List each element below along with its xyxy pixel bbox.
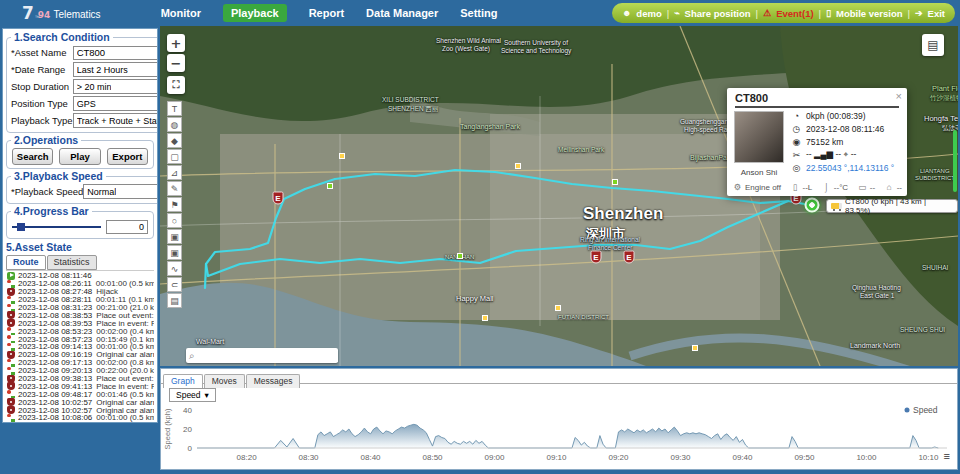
signal-status-icon: ✂	[791, 150, 802, 160]
fullscreen-button[interactable]: ⛶	[167, 76, 185, 94]
username[interactable]: demo	[636, 8, 661, 19]
alarm-icon	[7, 382, 15, 390]
zoom-in-button[interactable]: +	[167, 34, 185, 52]
pill-separator: |	[819, 8, 821, 19]
engine-status: ⚙Engine off	[732, 182, 781, 192]
polyline-icon[interactable]: ∿	[167, 261, 182, 276]
coordinates-row[interactable]: ◎22.55043 °,114.13116 °	[791, 161, 903, 174]
alarm-icon	[7, 311, 15, 319]
search-button[interactable]: Search	[12, 148, 53, 165]
battery-status-icon: ▭	[857, 182, 868, 192]
svg-text:Speed: Speed	[913, 405, 938, 415]
chevron-down-icon: ▾	[205, 390, 209, 400]
series-select-button[interactable]: Speed ▾	[169, 388, 216, 402]
svg-text:08:20: 08:20	[237, 453, 258, 462]
waypoint-marker[interactable]	[457, 253, 463, 259]
waypoint-marker[interactable]	[482, 315, 488, 321]
nav-data-manager[interactable]: Data Manager	[366, 7, 438, 19]
poi-marker-icon[interactable]: ▣	[167, 245, 182, 260]
tab-moves[interactable]: Moves	[204, 374, 245, 388]
svg-text:08:40: 08:40	[361, 453, 382, 462]
map-canvas[interactable]: Shenzhen深圳市XILI SUBDISTRICTSHENZHEN 西丽Ta…	[160, 26, 958, 366]
circle-draw-icon[interactable]: ○	[167, 213, 182, 228]
tab-messages[interactable]: Messages	[246, 374, 301, 388]
truck-icon	[831, 203, 842, 209]
play-button[interactable]: Play	[59, 148, 100, 165]
event-marker[interactable]: E	[591, 251, 602, 264]
alarm-icon	[7, 406, 15, 414]
grid-layers-icon[interactable]: ▤	[167, 293, 182, 308]
date-range-select[interactable]: Last 2 Hours ▾	[73, 62, 158, 77]
geofence-icon[interactable]: ▣	[167, 229, 182, 244]
waypoint-marker[interactable]	[612, 179, 618, 185]
position-type-select[interactable]: GPS ▾	[73, 96, 158, 111]
svg-text:10:00: 10:00	[856, 453, 877, 462]
exit-button[interactable]: Exit	[928, 8, 945, 19]
asset-name-input[interactable]	[73, 46, 158, 60]
move-icon	[7, 414, 15, 422]
move-icon	[7, 390, 15, 398]
waypoint-marker[interactable]	[555, 305, 561, 311]
svg-text:09:40: 09:40	[732, 453, 753, 462]
app-root: 7 ™ 94 Telematics MonitorPlaybackReportD…	[0, 0, 960, 474]
playback-speed-select[interactable]: Normal ▾	[83, 184, 158, 199]
waypoint-marker[interactable]	[515, 163, 521, 169]
place-pin-icon[interactable]: ◆	[167, 133, 182, 148]
select-area-icon[interactable]: ▢	[167, 149, 182, 164]
bottom-tabs: GraphMovesMessages	[161, 369, 957, 384]
mobile-version-button[interactable]: Mobile version	[836, 8, 903, 19]
brand-name: Telematics	[53, 9, 100, 20]
vehicle-marker[interactable]	[805, 198, 820, 213]
map-search-input[interactable]	[198, 350, 338, 362]
tab-route[interactable]: Route	[6, 255, 46, 270]
chart-menu-icon[interactable]: ≡	[944, 452, 950, 460]
layers-button[interactable]: ▤	[922, 34, 944, 56]
progress-slider-handle[interactable]	[17, 223, 25, 231]
route-list-item[interactable]: 2023-12-08 10:11:36	[6, 422, 154, 423]
chart-tool-icon[interactable]: ⊿	[167, 165, 182, 180]
waypoint-marker[interactable]	[327, 183, 333, 189]
navbar: 7 ™ 94 Telematics MonitorPlaybackReportD…	[0, 0, 960, 26]
progress-bar-section: 4.Progress Bar 0	[6, 205, 154, 239]
measure-icon[interactable]: ✎	[167, 181, 182, 196]
move-icon	[7, 296, 15, 304]
move-icon	[7, 304, 15, 312]
nav-monitor[interactable]: Monitor	[161, 7, 201, 19]
fuel-status-icon: ▯	[789, 182, 800, 192]
event-marker[interactable]: E	[273, 192, 284, 205]
tab-statistics[interactable]: Statistics	[47, 255, 97, 270]
text-tool-icon[interactable]: T	[167, 101, 182, 116]
user-icon: ☻	[622, 8, 631, 18]
close-icon[interactable]: ×	[896, 90, 902, 102]
curve-icon[interactable]: ⊂	[167, 277, 182, 292]
alarm-icon	[7, 319, 15, 327]
lock-status-icon: ⌂	[884, 182, 895, 192]
nav-playback[interactable]: Playback	[223, 4, 287, 22]
stop-duration-select[interactable]: > 20 min ▾	[73, 79, 158, 94]
nav-report[interactable]: Report	[309, 7, 344, 19]
tab-graph[interactable]: Graph	[163, 374, 203, 388]
progress-slider[interactable]	[12, 221, 101, 233]
street-view-icon[interactable]: ◍	[167, 117, 182, 132]
search-icon: ⌕	[189, 350, 195, 362]
map-scrollbar-thumb[interactable]	[953, 130, 957, 192]
popup-status-row: ⚙Engine off▯--L⌡--°C▭--⌂--	[732, 182, 902, 192]
share-position-button[interactable]: Share position	[685, 8, 751, 19]
event-time: 2023-12-08 10:11:36	[18, 421, 92, 423]
position-type-value: GPS	[77, 99, 96, 109]
event-button[interactable]: Event(1)	[776, 8, 813, 19]
vehicle-map-label[interactable]: CT800 (0 kph | 43 km | 83.5%)	[826, 199, 958, 213]
asset-state-section: 5.Asset State RouteStatistics 2023-12-08…	[6, 241, 154, 423]
speed-icon: ◔	[791, 111, 802, 121]
nav-setting[interactable]: Setting	[460, 7, 497, 19]
waypoint-marker[interactable]	[692, 345, 698, 351]
export-button[interactable]: Export	[107, 148, 148, 165]
waypoint-marker[interactable]	[339, 153, 345, 159]
playback-type-select[interactable]: Track + Route + Statistic ▾	[73, 113, 158, 128]
zoom-out-button[interactable]: −	[167, 54, 185, 72]
move-icon	[7, 335, 15, 343]
send-point-icon[interactable]: ⚑	[167, 197, 182, 212]
driver-photo	[734, 111, 784, 163]
move-icon	[7, 327, 15, 335]
event-marker[interactable]: E	[624, 251, 635, 264]
